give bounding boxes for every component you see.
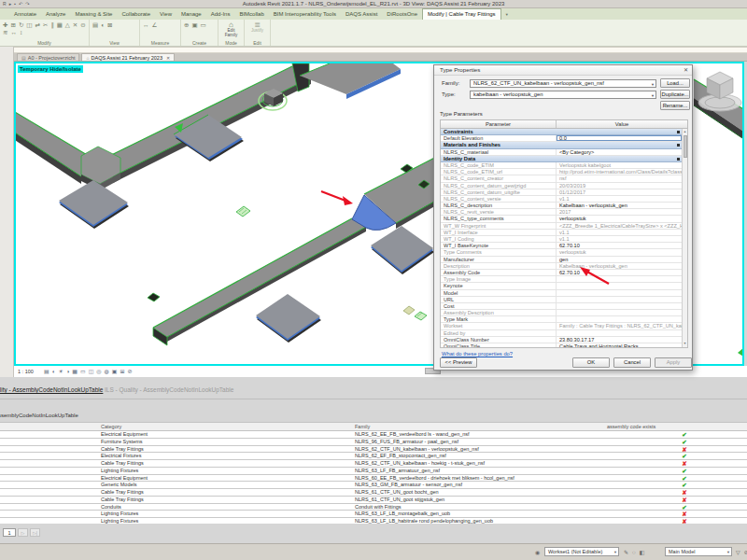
pin-icon[interactable]: ⊙ — [80, 21, 85, 28]
dialog-scrollbar[interactable]: ▲ ▼ — [682, 129, 687, 347]
reveal-constraints-icon[interactable]: ⊘ — [128, 369, 133, 375]
active-workset-select[interactable]: Workset1 (Not Editable) ▼ — [544, 547, 619, 556]
table-row[interactable]: Cable Tray FittingsNLRS_61_CTF_UN_goot s… — [0, 497, 747, 504]
table-row[interactable]: Lighting FixturesNLRS_63_LF_FB_armatuur_… — [0, 468, 747, 475]
table-row[interactable]: Cable Tray FittingsNLRS_62_CTF_UN_kabelb… — [0, 446, 747, 454]
tab-quality-assemblycode-active[interactable]: ILS - Quality - AssemblyCodeNotInLookUpT… — [0, 386, 103, 393]
ribbon-tab-annotate[interactable]: Annotate — [9, 9, 41, 20]
visual-style-icon[interactable]: ◐ — [52, 369, 56, 375]
filter-icon[interactable]: ▽ — [736, 550, 740, 555]
ribbon-tab-add-ins[interactable]: Add-Ins — [206, 9, 235, 20]
parameter-value[interactable]: 23.80.30.17.17 — [557, 337, 682, 343]
ok-button[interactable]: OK — [572, 357, 610, 368]
parameter-value[interactable] — [557, 330, 682, 336]
parameter-value[interactable]: Cable Trays and Horizontal Racks — [557, 343, 682, 347]
ribbon-tab-modify-contextual[interactable]: Modify | Cable Tray Fittings — [422, 8, 501, 20]
page-number-input[interactable]: 1 — [3, 528, 16, 537]
thin-lines-icon[interactable]: ▤ — [92, 21, 98, 28]
revit-app-icon[interactable]: R — [3, 2, 7, 7]
table-row[interactable]: Furniture SystemsNLRS_96_FUS_FB_armatuur… — [0, 439, 747, 446]
table-row[interactable]: Generic ModelsNLRS_63_GM_FB_armatuur - s… — [0, 482, 747, 489]
create-assembly-icon[interactable]: ▭ — [201, 21, 206, 28]
last-page-button[interactable]: ▷| — [30, 528, 40, 537]
ribbon-tab-bim-interoperability-tools[interactable]: BIM Interoperability Tools — [269, 9, 341, 20]
justify-button[interactable]: ≣ Justify — [245, 20, 270, 34]
parameter-value[interactable]: v1.1 — [557, 196, 682, 202]
graphics-display-icon[interactable]: ◐ — [101, 21, 105, 28]
parameter-value[interactable] — [557, 303, 682, 309]
parameter-value[interactable]: http://prod.etim-international.com/Class… — [557, 169, 682, 175]
parameter-value[interactable] — [557, 297, 682, 302]
table-row[interactable]: Lighting FixturesNLRS_63_LF_LB_habitrale… — [0, 518, 747, 524]
parameter-value[interactable]: v1.1 — [557, 236, 682, 242]
ribbon-tab-manage[interactable]: Manage — [176, 9, 206, 20]
next-page-button[interactable]: ▷ — [18, 528, 28, 537]
parameter-value[interactable] — [557, 276, 682, 282]
reveal-hidden-elements-icon[interactable]: ◍ — [105, 369, 109, 375]
parameter-value[interactable]: 62.70.10 — [557, 270, 682, 275]
sun-path-icon[interactable]: ☀ — [58, 369, 63, 375]
table-row[interactable]: Electrical FixturesNLRS_62_EF_FB_stopcon… — [0, 453, 747, 460]
copy-icon[interactable]: ⊞ — [10, 21, 15, 28]
parameter-value[interactable] — [557, 290, 682, 296]
apply-button[interactable]: Apply — [655, 357, 692, 368]
ribbon-tab-daqs-assist[interactable]: DAQS Assist — [341, 9, 382, 20]
temporary-view-properties-icon[interactable]: ▣ — [112, 369, 118, 375]
trim-icon[interactable]: ✂ — [43, 21, 48, 28]
worksharing-display-icon[interactable]: ⊞ — [120, 369, 125, 375]
parameter-value[interactable] — [557, 283, 682, 288]
table-row[interactable]: Cable Tray FittingsNLRS_61_CTF_UN_goot b… — [0, 489, 747, 497]
ribbon-tab-view[interactable]: View — [155, 9, 176, 20]
shadows-icon[interactable]: ◑ — [66, 369, 70, 375]
temporary-hide-isolate-icon[interactable]: ◎ — [96, 369, 101, 375]
duplicate-button[interactable]: Duplicate... — [660, 90, 690, 99]
edit-family-button[interactable]: ⌂ Edit Family — [218, 20, 244, 38]
delete-icon[interactable]: ✕ — [73, 21, 78, 28]
parameter-value[interactable]: Kabelbaan - verloopstuk_gen — [557, 203, 682, 208]
parameter-group-header[interactable]: Constraints — [441, 129, 682, 135]
parameter-value[interactable] — [557, 310, 682, 315]
move-icon[interactable]: ✚ — [3, 21, 7, 28]
cable-tray-top-junction[interactable] — [292, 63, 401, 99]
temporary-hide-isolate-banner[interactable]: Temporary Hide/Isolate — [18, 65, 83, 73]
parameter-value[interactable]: 20/03/2019 — [557, 183, 682, 189]
design-options-icon[interactable]: ◧ — [640, 550, 645, 555]
preview-button[interactable]: << Preview — [440, 357, 477, 368]
match-type-icon[interactable]: ≋ — [3, 29, 7, 35]
design-option-select[interactable]: Main Model ▼ — [665, 547, 732, 556]
parameter-value[interactable]: v1.1 — [557, 230, 682, 235]
parameter-value[interactable]: verloopstuk — [557, 216, 682, 221]
ribbon-tab-analyze[interactable]: Analyze — [41, 9, 70, 20]
align-icon[interactable]: ↔ — [10, 29, 17, 35]
parameter-value[interactable]: Family : Cable Tray Fittings : NLRS_62_C… — [557, 323, 682, 329]
parameter-value[interactable]: 2017 — [557, 209, 682, 215]
view-tab-daqs-assist[interactable]: ⌂ DAQS Assist 21 February 2023 ✕ — [81, 53, 175, 61]
parameter-value[interactable]: <ZZZ_Breedte 1_ElectricalCableTraySize> … — [557, 223, 682, 229]
scale-icon[interactable]: △ — [65, 21, 70, 28]
rendering-dialog-icon[interactable]: ▦ — [72, 369, 78, 375]
table-row[interactable]: ConduitsConduit with Fittings✔ — [0, 504, 747, 511]
parameter-value[interactable]: nsf — [557, 175, 682, 181]
close-inactive-windows-icon[interactable]: ⊠ — [107, 21, 112, 28]
cable-tray-lower-narrow[interactable] — [153, 218, 366, 345]
view-tab-projectoverzicht[interactable]: ▤ A0 - Projectoverzicht — [17, 53, 79, 61]
open-icon[interactable]: ▸ — [9, 2, 12, 7]
parameter-value[interactable]: gen — [557, 257, 682, 262]
parameter-value[interactable]: 01/12/2017 — [557, 189, 682, 195]
parameter-value[interactable]: Verloopstuk kabelgoot — [557, 162, 682, 168]
links-status-icon[interactable]: ◌ — [632, 550, 636, 555]
column-header-assembly-code-exists[interactable]: assembly code exists — [607, 423, 655, 430]
column-header-family[interactable]: Family — [355, 423, 370, 430]
parameter-group-header[interactable]: Identity Data — [441, 156, 682, 162]
ribbon-tab-collaborate[interactable]: Collaborate — [117, 9, 155, 20]
dialog-close-icon[interactable]: ✕ — [684, 65, 688, 75]
create-similar-icon[interactable]: ⊕ — [184, 21, 189, 28]
parameter-value[interactable]: 0.0 — [557, 135, 682, 141]
rotate-icon[interactable]: ↻ — [19, 21, 23, 28]
offset-icon[interactable]: ⇄ — [35, 21, 40, 28]
redo-icon[interactable]: ↷ — [25, 2, 29, 7]
create-group-icon[interactable]: ▣ — [191, 21, 197, 28]
crop-view-icon[interactable]: ▭ — [80, 369, 86, 375]
rename-button[interactable]: Rename... — [660, 101, 690, 110]
cope-icon[interactable]: ↕ — [20, 29, 22, 35]
